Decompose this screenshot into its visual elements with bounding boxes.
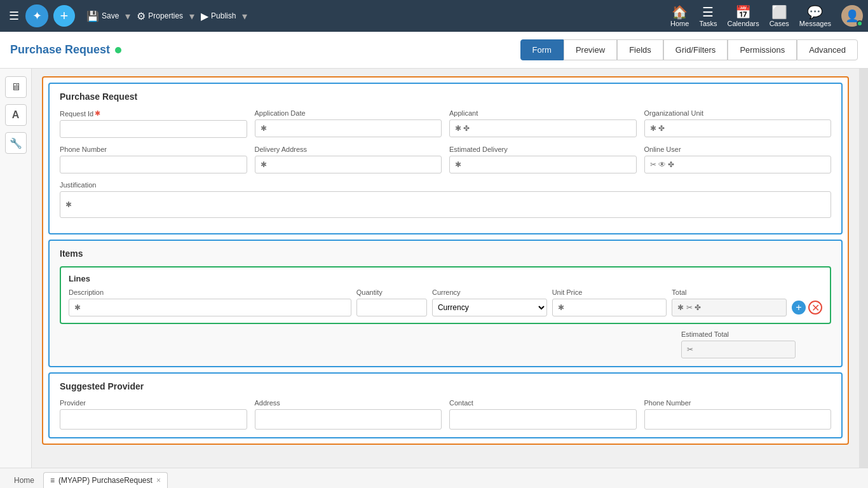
tab-form[interactable]: Form — [520, 39, 564, 60]
cell-total — [672, 299, 787, 316]
input-est-delivery[interactable] — [449, 156, 637, 173]
cell-description — [69, 299, 351, 316]
col-label-description: Description — [69, 288, 351, 296]
bottom-tab-close-button[interactable]: × — [156, 476, 161, 485]
input-online-user[interactable] — [644, 156, 832, 173]
input-phone[interactable] — [60, 156, 247, 173]
label-provider-phone: Phone Number — [644, 399, 832, 407]
tab-advanced[interactable]: Advanced — [797, 39, 858, 60]
input-total — [672, 299, 787, 316]
cell-unit-price — [552, 299, 667, 316]
messages-icon: 💬 — [807, 4, 823, 20]
publish-action[interactable]: ▶ Publish — [197, 8, 240, 25]
line-actions: + ✕ — [792, 301, 822, 315]
input-description[interactable] — [69, 299, 351, 316]
input-unit-price[interactable] — [552, 299, 667, 316]
outer-container: Purchase Request Request Id ✱ Applicatio… — [42, 76, 849, 445]
add-line-button[interactable]: + — [792, 301, 806, 315]
nav-tasks[interactable]: ☰ Tasks — [699, 4, 717, 27]
provider-row: Provider Address Contact Phone Numb — [60, 399, 831, 430]
properties-label: Properties — [148, 11, 183, 20]
tool-text[interactable]: A — [5, 104, 27, 126]
label-applicant: Applicant — [449, 109, 637, 117]
label-provider: Provider — [60, 399, 247, 407]
field-group-provider-phone: Phone Number — [644, 399, 832, 430]
save-icon: 💾 — [86, 10, 99, 22]
input-request-id[interactable] — [60, 120, 247, 138]
publish-icon: ▶ — [201, 10, 208, 22]
save-action[interactable]: 💾 Save — [83, 8, 123, 25]
field-group-estimated-total: Estimated Total — [681, 330, 796, 358]
label-phone: Phone Number — [60, 146, 247, 153]
required-icon: ✱ — [95, 109, 100, 118]
divider1: ▾ — [125, 10, 130, 22]
label-request-id: Request Id ✱ — [60, 109, 247, 118]
col-label-total: Total — [672, 288, 787, 296]
input-contact[interactable] — [449, 409, 637, 430]
label-address: Address — [255, 399, 442, 407]
nav-calendars[interactable]: 📅 Calendars — [728, 4, 759, 27]
input-quantity[interactable] — [356, 299, 427, 316]
tab-preview[interactable]: Preview — [564, 39, 617, 60]
input-provider-phone[interactable] — [644, 409, 832, 430]
section-purchase-request: Purchase Request Request Id ✱ Applicatio… — [48, 83, 843, 234]
tab-grid-filters[interactable]: Grid/Filters — [663, 39, 728, 60]
estimated-total-row: Estimated Total — [60, 330, 831, 358]
lines-title: Lines — [69, 274, 822, 283]
input-applicant[interactable] — [449, 119, 637, 137]
avatar[interactable]: 👤 — [841, 5, 863, 27]
bottom-home-tab[interactable]: Home — [5, 473, 43, 488]
nav-home[interactable]: 🏠 Home — [670, 4, 689, 27]
field-group-applicant: Applicant — [449, 109, 637, 138]
home-icon: 🏠 — [672, 4, 688, 20]
tool-monitor[interactable]: 🖥 — [5, 76, 27, 98]
messages-label: Messages — [799, 20, 831, 27]
cases-label: Cases — [770, 20, 789, 27]
top-navigation: ☰ ✦ + 💾 Save ▾ ⚙ Properties ▾ ▶ Publish … — [0, 0, 868, 32]
bottom-tab-purchase-request[interactable]: ≡ (MYAPP) PurchaseRequest × — [43, 472, 168, 488]
label-application-date: Application Date — [255, 109, 442, 117]
hamburger-menu[interactable]: ☰ — [5, 5, 23, 27]
input-application-date[interactable] — [255, 119, 442, 137]
form-row-1: Request Id ✱ Application Date Applicant — [60, 109, 831, 138]
cell-currency: Currency USD EUR GBP — [432, 299, 547, 316]
field-group-contact: Contact — [449, 399, 637, 430]
field-group-delivery-address: Delivery Address — [255, 146, 442, 173]
scroll-track[interactable] — [859, 69, 868, 468]
input-provider[interactable] — [60, 409, 247, 430]
bottom-tab-label: (MYAPP) PurchaseRequest — [58, 476, 153, 485]
section1-title: Purchase Request — [60, 92, 831, 102]
field-group-application-date: Application Date — [255, 109, 442, 138]
label-estimated-total: Estimated Total — [681, 330, 796, 338]
save-label: Save — [102, 11, 119, 20]
logo-icon: ✦ — [25, 4, 48, 27]
tab-permissions[interactable]: Permissions — [728, 39, 797, 60]
remove-line-button[interactable]: ✕ — [808, 301, 822, 315]
nav-cases[interactable]: ⬜ Cases — [770, 4, 789, 27]
input-delivery-address[interactable] — [255, 156, 442, 173]
properties-action[interactable]: ⚙ Properties — [133, 8, 187, 25]
add-button[interactable]: + — [53, 5, 75, 27]
section-items: Items Lines Description Quantity Currenc… — [48, 240, 843, 367]
input-address[interactable] — [255, 409, 442, 430]
nav-messages[interactable]: 💬 Messages — [799, 4, 831, 27]
input-org-unit[interactable] — [644, 119, 832, 137]
col-label-unit-price: Unit Price — [552, 288, 667, 296]
tasks-icon: ☰ — [702, 4, 714, 20]
label-contact: Contact — [449, 399, 637, 407]
select-currency[interactable]: Currency USD EUR GBP — [432, 299, 547, 316]
status-dot — [115, 47, 121, 53]
page-title: Purchase Request — [10, 43, 110, 57]
tool-widget[interactable]: 🔧 — [5, 132, 27, 154]
main-content: 🖥 A 🔧 Purchase Request Request Id ✱ — [0, 69, 868, 468]
tab-fields[interactable]: Fields — [617, 39, 663, 60]
nav-right-items: 🏠 Home ☰ Tasks 📅 Calendars ⬜ Cases 💬 Mes… — [670, 4, 863, 27]
section2-title: Items — [60, 248, 831, 259]
label-justification: Justification — [60, 181, 831, 189]
cell-quantity — [356, 299, 427, 316]
calendars-icon: 📅 — [735, 4, 751, 20]
field-group-online-user: Online User — [644, 146, 832, 173]
home-label: Home — [670, 20, 689, 27]
label-est-delivery: Estimated Delivery — [449, 146, 637, 153]
input-justification[interactable] — [60, 191, 831, 218]
